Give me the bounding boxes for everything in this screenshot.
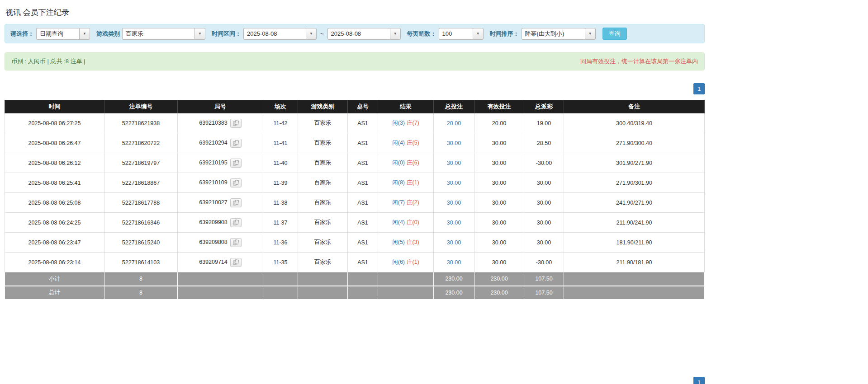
cell-table-no: AS1 [348, 253, 378, 272]
pagination-page-1[interactable]: 1 [693, 377, 705, 384]
table-row: 2025-08-08 06:25:08 522718617788 6392100… [5, 193, 705, 213]
cell-remark: 300.40/319.40 [564, 113, 705, 133]
cell-result: 闲(0)庄(6) [378, 153, 434, 173]
cell-game-type: 百家乐 [298, 213, 348, 233]
total-bet-link[interactable]: 30.00 [447, 259, 461, 266]
table-header-row: 时间 注单编号 局号 场次 游戏类别 桌号 结果 总投注 有效投注 总派彩 备注 [5, 100, 705, 113]
cell-bet-id: 522718615240 [104, 233, 178, 253]
cell-round: 639210383 [178, 113, 263, 133]
cell-session: 11-42 [263, 113, 298, 133]
result-player: 闲(4) [392, 140, 405, 146]
game-type-combobox: ▼ [122, 28, 205, 40]
cell-game-type: 百家乐 [298, 233, 348, 253]
total-bet-link[interactable]: 30.00 [447, 239, 461, 246]
cell-result: 闲(6)庄(1) [378, 253, 434, 272]
header-valid-bet: 有效投注 [474, 100, 524, 113]
date-from-combobox: ▼ [243, 28, 317, 40]
cell-time: 2025-08-08 06:23:47 [5, 233, 104, 253]
round-number: 639209714 [199, 259, 228, 265]
cell-game-type: 百家乐 [298, 133, 348, 153]
time-sort-label: 时间排序： [490, 30, 519, 38]
valid-bet-notice: 同局有效投注，统一计算在该局第一张注单内 [580, 57, 698, 66]
page-size-input[interactable] [439, 28, 473, 40]
cell-total-bet: 30.00 [434, 253, 474, 272]
game-type-label: 游戏类别 [96, 30, 120, 38]
date-query-combobox: ▼ [36, 28, 90, 40]
subtotal-valid-bet: 230.00 [474, 272, 524, 286]
page-title: 视讯 会员下注纪录 [5, 0, 705, 24]
total-bet-link[interactable]: 30.00 [447, 200, 461, 206]
total-bet-link[interactable]: 30.00 [447, 140, 461, 146]
game-type-input[interactable] [122, 28, 194, 40]
cell-time: 2025-08-08 06:26:47 [5, 133, 104, 153]
header-game-type: 游戏类别 [298, 100, 348, 113]
cell-bet-id: 522718620722 [104, 133, 178, 153]
table-row: 2025-08-08 06:24:25 522718616346 6392099… [5, 213, 705, 233]
view-cards-button[interactable] [230, 218, 242, 227]
total-payout: 107.50 [524, 286, 564, 300]
chevron-down-icon[interactable]: ▼ [194, 28, 205, 40]
search-button[interactable]: 查询 [602, 28, 627, 40]
header-remark: 备注 [564, 100, 705, 113]
cell-total-bet: 30.00 [434, 133, 474, 153]
subtotal-count: 8 [104, 272, 178, 286]
chevron-down-icon[interactable]: ▼ [585, 28, 596, 40]
time-sort-input[interactable] [522, 28, 585, 40]
cell-round: 639210027 [178, 193, 263, 213]
chevron-down-icon[interactable]: ▼ [390, 28, 401, 40]
total-bet-link[interactable]: 20.00 [447, 120, 461, 126]
chevron-down-icon[interactable]: ▼ [306, 28, 317, 40]
total-valid-bet: 230.00 [474, 286, 524, 300]
result-player: 闲(5) [392, 239, 405, 245]
summary-bar: 币别 : 人民币 | 总共 :8 注单 | 同局有效投注，统一计算在该局第一张注… [5, 52, 705, 70]
cell-remark: 241.90/271.90 [564, 193, 705, 213]
view-cards-button[interactable] [230, 198, 242, 207]
total-bet-link[interactable]: 30.00 [447, 180, 461, 186]
date-from-input[interactable] [243, 28, 306, 40]
chevron-down-icon[interactable]: ▼ [79, 28, 90, 40]
page-container: 视讯 会员下注纪录 请选择： ▼ 游戏类别 ▼ 时间区间： ▼ ~ ▼ 每页笔数… [5, 0, 705, 384]
cards-icon [232, 140, 239, 146]
cell-total-bet: 20.00 [434, 113, 474, 133]
cards-icon [232, 160, 239, 166]
cell-total-bet: 30.00 [434, 213, 474, 233]
cell-remark: 271.90/300.40 [564, 133, 705, 153]
total-count: 8 [104, 286, 178, 300]
cell-game-type: 百家乐 [298, 173, 348, 193]
cards-icon [232, 259, 239, 265]
cell-total-bet: 30.00 [434, 233, 474, 253]
view-cards-button[interactable] [230, 238, 242, 247]
cell-payout: 30.00 [524, 213, 564, 233]
view-cards-button[interactable] [230, 159, 242, 168]
cell-result: 闲(4)庄(5) [378, 133, 434, 153]
result-player: 闲(4) [392, 219, 405, 225]
pagination-bottom: 1 [5, 377, 705, 384]
cell-payout: 30.00 [524, 173, 564, 193]
cell-remark: 181.90/211.90 [564, 233, 705, 253]
date-to-input[interactable] [327, 28, 390, 40]
view-cards-button[interactable] [230, 139, 242, 148]
chevron-down-icon[interactable]: ▼ [473, 28, 484, 40]
round-number: 639210109 [199, 179, 228, 186]
view-cards-button[interactable] [230, 178, 242, 187]
cell-session: 11-38 [263, 193, 298, 213]
cell-valid-bet: 30.00 [474, 253, 524, 272]
grand-total-row: 总计 8 230.00 230.00 107.50 [5, 286, 705, 300]
total-total-bet: 230.00 [434, 286, 474, 300]
header-total-bet: 总投注 [434, 100, 474, 113]
result-banker: 庄(7) [407, 120, 419, 126]
result-banker: 庄(0) [407, 219, 419, 225]
total-bet-link[interactable]: 30.00 [447, 160, 461, 166]
view-cards-button[interactable] [230, 258, 242, 267]
date-range-label: 时间区间： [212, 30, 241, 38]
view-cards-button[interactable] [230, 119, 242, 128]
total-bet-link[interactable]: 30.00 [447, 220, 461, 226]
cell-table-no: AS1 [348, 193, 378, 213]
cell-total-bet: 30.00 [434, 193, 474, 213]
pagination-page-1[interactable]: 1 [693, 83, 705, 94]
table-body: 2025-08-08 06:27:25 522718621938 6392103… [5, 113, 705, 272]
cell-table-no: AS1 [348, 173, 378, 193]
cell-payout: 19.00 [524, 113, 564, 133]
result-banker: 庄(3) [407, 239, 419, 245]
date-query-input[interactable] [36, 28, 79, 40]
